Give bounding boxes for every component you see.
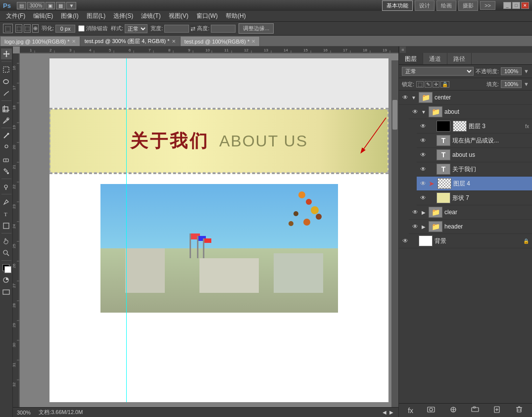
layer-vis-clear[interactable]: 👁 xyxy=(412,209,419,216)
hand-tool[interactable] xyxy=(1,235,12,246)
lasso-tool[interactable] xyxy=(1,76,12,87)
shape-tool[interactable] xyxy=(1,220,12,231)
tab-test-100[interactable]: test.psd @ 100%(RGB/8) * ✕ xyxy=(180,36,260,46)
layer-arrow-center[interactable]: ▼ xyxy=(411,94,417,100)
workspace-paint[interactable]: 绘画 xyxy=(436,0,456,11)
close-button[interactable]: ✕ xyxy=(521,2,529,9)
menu-edit[interactable]: 编辑(E) xyxy=(29,11,57,21)
layer-group-btn[interactable] xyxy=(469,405,481,416)
swap-icon[interactable]: ⇄ xyxy=(191,25,195,32)
crop-tool[interactable] xyxy=(1,103,12,114)
tab-channels[interactable]: 通道 xyxy=(423,53,447,64)
dodge-tool[interactable] xyxy=(1,181,12,192)
layer-item-about[interactable]: 👁 ▼ 📁 about xyxy=(409,105,532,119)
tab-test-100-close[interactable]: ✕ xyxy=(251,39,255,44)
selection-icon-3[interactable]: ⬚ xyxy=(24,24,31,33)
layer-item-text1[interactable]: 👁 T 现在搞产品或设... xyxy=(417,134,532,148)
layer-item-shape7[interactable]: 👁 形状 7 xyxy=(417,191,532,205)
eyedropper-tool[interactable] xyxy=(1,115,12,126)
selection-icon-4[interactable]: ⊕ xyxy=(32,24,39,33)
menu-layer[interactable]: 图层(L) xyxy=(83,11,110,21)
foreground-color[interactable] xyxy=(1,263,12,274)
eraser-tool[interactable] xyxy=(1,154,12,165)
fill-arrow[interactable]: ▼ xyxy=(524,81,529,87)
layer-item-background[interactable]: 👁 背景 🔒 xyxy=(399,234,532,248)
selection-icon-2[interactable]: ⬚ xyxy=(15,24,22,33)
move-tool[interactable] xyxy=(1,48,12,59)
menu-select[interactable]: 选择(S) xyxy=(109,11,137,21)
pen-tool[interactable] xyxy=(1,196,12,207)
layer-item-layer3[interactable]: 👁 图层 3 fx xyxy=(417,119,532,134)
vertical-scrollbar[interactable] xyxy=(391,60,398,407)
menu-image[interactable]: 图像(I) xyxy=(57,11,82,21)
layer-delete-btn[interactable] xyxy=(513,405,525,416)
layer-fx-layer3[interactable]: fx xyxy=(525,124,529,129)
extras-btn[interactable]: ▦ xyxy=(56,2,65,9)
menu-help[interactable]: 帮助(H) xyxy=(222,11,250,21)
style-select[interactable]: 正常 xyxy=(125,24,147,33)
restore-button[interactable]: □ xyxy=(512,2,520,9)
arrow-btn[interactable]: ▼ xyxy=(66,2,76,9)
lock-paint-icon[interactable]: ✎ xyxy=(425,81,432,88)
workspace-more[interactable]: >> xyxy=(480,1,495,10)
layer-vis-background[interactable]: 👁 xyxy=(402,237,409,244)
menu-window[interactable]: 窗口(W) xyxy=(193,11,222,21)
brush-tool[interactable] xyxy=(1,130,12,141)
layer-vis-cn[interactable]: 👁 xyxy=(420,166,427,173)
magic-wand-tool[interactable] xyxy=(1,88,12,98)
status-nav-right[interactable]: ▶ xyxy=(388,410,394,415)
layer-mask-btn[interactable] xyxy=(425,405,437,416)
layer-item-center[interactable]: 👁 ▼ 📁 center xyxy=(399,91,532,105)
workspace-design[interactable]: 设计 xyxy=(415,0,435,11)
lock-transparent-icon[interactable]: ⬚ xyxy=(416,81,424,88)
layer-item-cn-text[interactable]: 👁 T 关于我们 xyxy=(417,162,532,177)
tab-logo-close[interactable]: ✕ xyxy=(72,39,76,44)
layer-arrow-header[interactable]: ▶ xyxy=(421,224,427,230)
layer-vis-shape7[interactable]: 👁 xyxy=(420,194,427,201)
height-input[interactable] xyxy=(211,25,236,33)
layer-vis-header[interactable]: 👁 xyxy=(412,223,419,230)
layer-vis-aboutus[interactable]: 👁 xyxy=(420,151,427,158)
width-input[interactable] xyxy=(164,25,189,33)
layer-vis-layer4[interactable]: 👁 xyxy=(420,180,427,187)
fill-input[interactable] xyxy=(501,80,522,88)
opacity-arrow[interactable]: ▼ xyxy=(524,68,529,74)
status-nav-left[interactable]: ◀ xyxy=(382,410,387,415)
menu-btn-1[interactable]: ▤ xyxy=(17,2,26,9)
layer-adjustment-btn[interactable] xyxy=(447,405,459,416)
menu-filter[interactable]: 滤镜(T) xyxy=(137,11,164,21)
view-mode-btn[interactable]: ▣ xyxy=(46,2,55,9)
collapse-btn[interactable]: ≡ xyxy=(400,48,405,51)
layer-arrow-about[interactable]: ▼ xyxy=(421,109,427,115)
minimize-button[interactable]: _ xyxy=(503,2,511,9)
clone-tool[interactable] xyxy=(1,142,12,153)
layer-item-layer4[interactable]: 👁 ➤ 图层 4 xyxy=(417,177,532,191)
layer-vis-text1[interactable]: 👁 xyxy=(420,137,427,144)
layer-new-btn[interactable] xyxy=(491,405,503,416)
blend-mode-select[interactable]: 正常 xyxy=(402,67,474,76)
feather-input[interactable] xyxy=(55,25,75,33)
tab-layers[interactable]: 图层 xyxy=(399,53,423,64)
selection-icon[interactable]: ⬚ xyxy=(3,24,13,33)
marquee-tool[interactable] xyxy=(1,64,12,75)
layer-arrow-clear[interactable]: ▶ xyxy=(421,209,427,215)
lock-all-icon[interactable]: 🔒 xyxy=(440,81,449,88)
adjust-edges-button[interactable]: 调整边缘... xyxy=(239,23,274,34)
antialias-checkbox[interactable] xyxy=(78,25,85,32)
text-tool[interactable]: T xyxy=(1,208,12,219)
lock-position-icon[interactable]: ✛ xyxy=(433,81,439,88)
quick-mask[interactable] xyxy=(1,275,12,285)
tab-test-300[interactable]: test.psd @ 300% (图层 4, RGB/8) * ✕ xyxy=(80,36,180,46)
tab-paths[interactable]: 路径 xyxy=(447,53,472,64)
tab-test-300-close[interactable]: ✕ xyxy=(172,39,176,44)
layer-vis-layer3[interactable]: 👁 xyxy=(420,123,427,130)
zoom-tool[interactable] xyxy=(1,247,12,258)
layer-item-clear[interactable]: 👁 ▶ 📁 clear xyxy=(409,205,532,220)
tab-logo[interactable]: logo.jpg @ 100%(RGB/8) * ✕ xyxy=(0,36,80,46)
menu-file[interactable]: 文件(F) xyxy=(2,11,29,21)
layer-vis-center[interactable]: 👁 xyxy=(402,94,409,101)
layer-vis-about[interactable]: 👁 xyxy=(412,108,419,115)
menu-view[interactable]: 视图(V) xyxy=(165,11,193,21)
layer-fx-btn[interactable]: fx xyxy=(406,406,415,416)
layer-item-aboutus[interactable]: 👁 T about us xyxy=(417,148,532,162)
